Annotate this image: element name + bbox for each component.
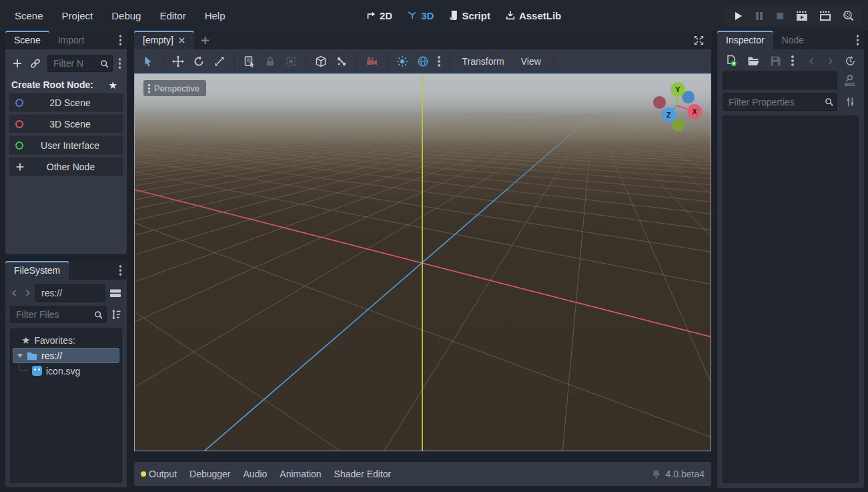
play-scene-button[interactable] bbox=[796, 11, 808, 21]
filter-nodes-input-wrap bbox=[47, 55, 113, 72]
property-tools-icon[interactable] bbox=[841, 96, 859, 107]
debugger-panel-button[interactable]: Debugger bbox=[189, 469, 231, 479]
shader-editor-panel-button[interactable]: Shader Editor bbox=[334, 469, 392, 479]
audio-panel-button[interactable]: Audio bbox=[244, 469, 268, 479]
sun-preview-toggle[interactable] bbox=[396, 55, 408, 67]
camera-preview-toggle[interactable] bbox=[366, 55, 378, 67]
gizmo-x-ball[interactable]: X bbox=[687, 104, 702, 119]
version-label[interactable]: 4.0.beta4 bbox=[666, 469, 705, 479]
animation-panel-button[interactable]: Animation bbox=[280, 469, 321, 479]
tab-filesystem[interactable]: FileSystem bbox=[5, 261, 69, 280]
scene-tab-empty[interactable]: [empty] bbox=[134, 31, 194, 49]
play-custom-scene-button[interactable] bbox=[819, 11, 831, 21]
tab-import[interactable]: Import bbox=[49, 31, 93, 49]
create-other-node-button[interactable]: Other Node bbox=[9, 157, 123, 176]
switch-script-button[interactable]: Script bbox=[448, 10, 490, 21]
output-notification-dot bbox=[141, 471, 146, 477]
instance-scene-link-icon[interactable] bbox=[29, 57, 41, 69]
gizmo-z-ball[interactable]: Z bbox=[661, 107, 676, 122]
skeleton-options-tool[interactable] bbox=[336, 55, 348, 67]
scene-extra-menu-icon[interactable] bbox=[119, 58, 121, 69]
tab-node[interactable]: Node bbox=[773, 31, 813, 49]
snap-cube-tool[interactable] bbox=[315, 55, 327, 67]
load-resource-button[interactable] bbox=[747, 55, 760, 67]
history-forward-button[interactable] bbox=[826, 57, 835, 65]
perspective-menu-button[interactable]: Perspective bbox=[143, 80, 206, 96]
menu-project[interactable]: Project bbox=[54, 7, 101, 25]
distraction-free-mode-icon[interactable] bbox=[687, 31, 711, 49]
stop-button[interactable] bbox=[775, 11, 785, 21]
rotate-mode-tool[interactable] bbox=[193, 55, 205, 67]
scene-toolbar bbox=[5, 49, 127, 75]
search-online-docs-icon[interactable]: DOC bbox=[841, 74, 859, 87]
switch-assetlib-button[interactable]: AssetLib bbox=[505, 10, 561, 21]
environment-preview-toggle[interactable] bbox=[417, 55, 429, 67]
orientation-gizmo[interactable]: Y X Z bbox=[646, 78, 710, 136]
play-button[interactable] bbox=[733, 11, 743, 21]
scale-mode-tool[interactable] bbox=[213, 55, 226, 67]
scene-dock-menu-icon[interactable] bbox=[114, 35, 127, 45]
ungroup-selected-tool[interactable] bbox=[285, 55, 297, 67]
view-menu[interactable]: View bbox=[517, 56, 545, 67]
tree-item-res-root[interactable]: res:// bbox=[13, 348, 119, 363]
resource-path-input[interactable] bbox=[35, 284, 105, 302]
gizmo-neg-y-ball[interactable] bbox=[672, 119, 685, 132]
create-2d-scene-button[interactable]: 2D Scene bbox=[9, 93, 123, 112]
save-resource-button[interactable] bbox=[770, 55, 781, 67]
lock-selected-tool[interactable] bbox=[264, 55, 276, 67]
split-view-icon[interactable] bbox=[109, 287, 122, 299]
new-resource-button[interactable] bbox=[725, 55, 737, 67]
switch-3d-button[interactable]: 3D bbox=[407, 10, 434, 21]
menu-editor[interactable]: Editor bbox=[151, 7, 193, 25]
resource-extra-menu-icon[interactable] bbox=[791, 55, 794, 66]
pause-button[interactable] bbox=[755, 11, 764, 21]
menu-scene[interactable]: Scene bbox=[7, 7, 51, 25]
add-node-button[interactable] bbox=[11, 57, 23, 69]
select-mode-tool[interactable] bbox=[142, 55, 154, 67]
2d-icon bbox=[366, 10, 376, 21]
new-scene-tab-button[interactable] bbox=[194, 31, 216, 49]
menu-help[interactable]: Help bbox=[197, 7, 234, 25]
filesystem-dock: FileSystem bbox=[5, 261, 127, 487]
search-icon bbox=[824, 97, 834, 107]
switch-2d-button[interactable]: 2D bbox=[366, 10, 392, 21]
create-root-label: Create Root Node: bbox=[11, 79, 93, 90]
scene-tabs-bar: [empty] bbox=[134, 31, 711, 49]
inspector-menu-icon[interactable] bbox=[851, 35, 865, 45]
doc-search-input[interactable] bbox=[723, 71, 837, 89]
list-select-tool[interactable] bbox=[244, 55, 256, 67]
create-user-interface-button[interactable]: User Interface bbox=[9, 136, 123, 155]
favorites-star-icon[interactable]: ★ bbox=[109, 80, 121, 90]
edit-history-button[interactable] bbox=[845, 55, 856, 67]
filter-files-input[interactable] bbox=[10, 306, 107, 323]
menu-debug[interactable]: Debug bbox=[103, 7, 149, 25]
history-forward-icon[interactable] bbox=[23, 288, 32, 298]
tab-inspector[interactable]: Inspector bbox=[717, 31, 773, 49]
bottom-panel-bar: Output Debugger Audio Animation Shader E… bbox=[134, 462, 711, 486]
tree-item-icon-svg[interactable]: icon.svg bbox=[11, 363, 121, 379]
favorites-row[interactable]: ★ Favorites: bbox=[11, 332, 121, 348]
history-back-button[interactable] bbox=[807, 57, 816, 65]
file-sort-icon[interactable] bbox=[110, 308, 122, 320]
node-2d-icon bbox=[15, 99, 23, 107]
move-mode-tool[interactable] bbox=[172, 55, 184, 67]
output-panel-button[interactable]: Output bbox=[141, 469, 177, 479]
movie-maker-mode-button[interactable] bbox=[843, 10, 854, 21]
filter-files-wrap bbox=[10, 306, 107, 323]
gizmo-neg-x-ball[interactable] bbox=[653, 96, 666, 109]
script-icon bbox=[448, 10, 458, 21]
history-back-icon[interactable] bbox=[10, 288, 19, 298]
bell-icon[interactable] bbox=[651, 469, 661, 479]
filesystem-menu-icon[interactable] bbox=[114, 265, 127, 276]
create-3d-scene-button[interactable]: 3D Scene bbox=[9, 114, 123, 134]
transform-menu[interactable]: Transform bbox=[458, 56, 508, 67]
sun-environment-menu-icon[interactable] bbox=[438, 56, 440, 67]
filter-properties-input[interactable] bbox=[723, 93, 837, 111]
3d-viewport[interactable]: Perspective Y X Z bbox=[134, 73, 711, 451]
gizmo-y-ball[interactable]: Y bbox=[671, 82, 685, 97]
inspector-dock: Inspector Node bbox=[717, 31, 864, 488]
inspector-filter-row bbox=[717, 91, 864, 112]
close-tab-icon[interactable] bbox=[178, 37, 185, 44]
favorites-icon: ★ bbox=[21, 335, 30, 345]
tab-scene[interactable]: Scene bbox=[5, 31, 49, 49]
